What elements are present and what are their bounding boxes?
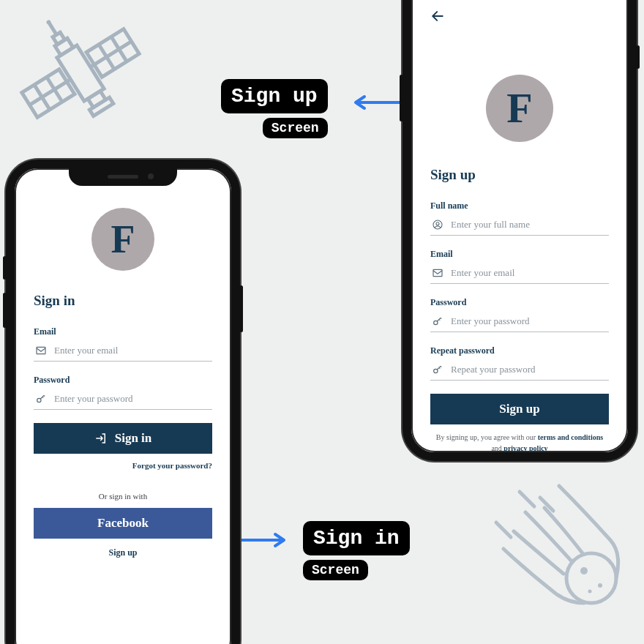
svg-point-26 [436,222,439,225]
svg-rect-6 [89,97,113,116]
signin-callout-big: Sign in [303,521,410,555]
signup-fullname-input[interactable] [451,219,607,231]
app-logo-letter: F [91,208,154,271]
svg-point-20 [588,590,592,594]
app-logo: F [34,208,212,271]
signup-email-input[interactable] [451,267,607,279]
svg-rect-23 [37,347,45,353]
facebook-signin-button[interactable]: Facebook [34,508,212,539]
svg-rect-27 [433,269,442,276]
signin-password-field: Password [34,375,212,410]
privacy-link[interactable]: privacy policy [503,444,547,452]
svg-point-24 [37,398,41,402]
mail-icon [35,345,47,356]
satellite-illustration [7,7,154,139]
signup-phone-frame: F Sign up Full name Email Password [402,0,637,461]
phone-notch [69,167,177,186]
svg-point-28 [434,321,438,324]
signin-submit-label: Sign in [115,431,152,446]
svg-line-3 [50,23,57,34]
user-icon [432,219,443,231]
signup-repeat-label: Repeat password [430,345,609,356]
signin-email-input[interactable] [54,345,211,356]
svg-point-17 [566,553,616,603]
key-icon [432,315,443,327]
signin-callout: Sign in Screen [303,521,410,580]
key-icon [35,393,47,405]
signin-email-label: Email [34,326,212,337]
svg-point-19 [598,583,602,588]
signup-repeat-input[interactable] [451,364,607,375]
signup-fullname-field: Full name [430,201,609,236]
svg-line-16 [91,64,94,67]
signin-phone-frame: F Sign in Email Password [6,160,240,644]
signup-email-label: Email [430,249,609,260]
terms-link[interactable]: terms and conditions [538,433,603,441]
svg-line-11 [67,79,70,81]
signup-password-label: Password [430,297,609,308]
signup-disclaimer: By signing up, you agree with our terms … [430,432,609,452]
signup-fullname-label: Full name [430,201,609,211]
comet-illustration [474,476,635,622]
app-logo-letter: F [486,75,553,142]
signin-submit-button[interactable]: Sign in [34,423,212,454]
signin-password-label: Password [34,375,212,386]
enter-icon [94,432,108,445]
signup-submit-label: Sign up [499,402,539,416]
mail-icon [432,267,443,279]
forgot-password-link[interactable]: Forgot your password? [34,461,212,470]
signup-submit-button[interactable]: Sign up [430,394,609,424]
signup-password-input[interactable] [451,315,607,327]
signin-password-input[interactable] [54,393,211,405]
signup-callout-small: Screen [263,118,328,138]
or-sign-in-with-label: Or sign in with [34,492,212,501]
svg-point-18 [580,567,588,574]
signup-password-field: Password [430,297,609,332]
go-to-signup-link[interactable]: Sign up [34,547,212,558]
app-logo: F [430,75,609,142]
svg-point-29 [434,369,438,372]
signin-title: Sign in [34,293,212,309]
signup-callout: Sign up Screen [221,79,328,138]
signup-title: Sign up [430,167,609,183]
signin-callout-small: Screen [303,560,368,580]
signin-email-field: Email [34,326,212,362]
signup-callout-big: Sign up [221,79,328,113]
signup-email-field: Email [430,249,609,284]
key-icon [432,364,443,375]
signup-repeat-field: Repeat password [430,345,609,381]
facebook-button-label: Facebook [97,516,149,531]
